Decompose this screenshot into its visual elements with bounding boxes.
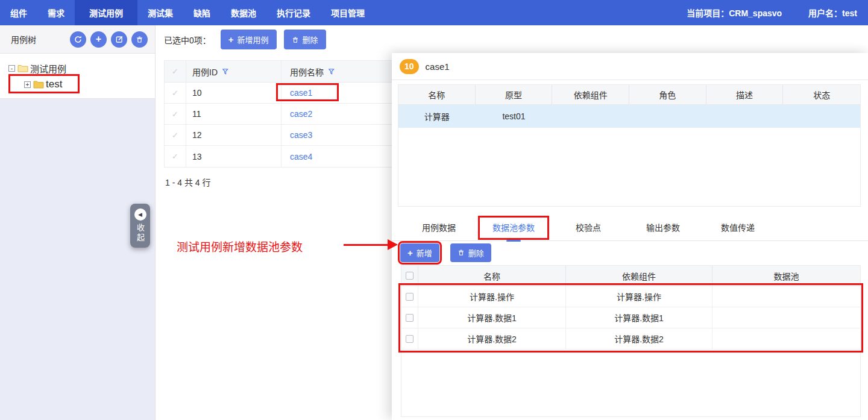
case-id-cell: 12 [186, 125, 281, 145]
component-status-cell [783, 105, 860, 128]
component-table: 名称 原型 依赖组件 角色 描述 状态 计算器 test01 [398, 84, 861, 207]
select-all-check-icon[interactable]: ✓ [165, 61, 186, 82]
delete-case-label: 删除 [303, 34, 318, 45]
tab-check-points[interactable]: 校验点 [551, 214, 626, 240]
trash-icon [136, 36, 143, 43]
nav-item-requirements[interactable]: 需求 [37, 0, 75, 25]
tab-output-params[interactable]: 输出参数 [626, 214, 700, 240]
add-case-label: 新增用例 [237, 34, 269, 45]
case-table-header: ✓ 用例ID 用例名称 [165, 61, 423, 83]
plus-icon: + [228, 36, 234, 43]
case-detail-panel: 10 case1 名称 原型 依赖组件 角色 描述 状态 计算器 test01 … [392, 53, 868, 420]
column-header-role: 角色 [629, 85, 706, 104]
component-prototype-cell: test01 [476, 105, 553, 128]
collapse-arrow-icon: ◀ [134, 208, 146, 221]
case-table: ✓ 用例ID 用例名称 ✓ 10 case1 ✓ [164, 60, 423, 168]
case-id-cell: 10 [186, 83, 281, 103]
row-check-icon[interactable]: ✓ [165, 83, 186, 103]
nav-item-data-pool[interactable]: 数据池 [221, 0, 266, 25]
row-checkbox[interactable] [406, 314, 414, 322]
column-header-dependency: 依赖组件 [552, 85, 629, 104]
delete-param-button[interactable]: 删除 [450, 243, 491, 262]
expand-toggle-icon[interactable]: + [24, 81, 31, 88]
plus-icon: + [96, 34, 101, 45]
table-row[interactable]: ✓ 11 case2 [165, 104, 423, 125]
refresh-icon [74, 35, 83, 44]
params-table-header: 名称 依赖组件 数据池 [401, 266, 860, 286]
case-link[interactable]: case3 [290, 130, 312, 140]
add-param-button[interactable]: + 新增 [400, 243, 439, 262]
annotation-box-tree [8, 74, 80, 93]
folder-open-icon [17, 64, 28, 72]
sidebar-header: 用例树 + [0, 25, 155, 54]
filter-icon[interactable] [329, 69, 335, 75]
collapse-sidebar-button[interactable]: ◀ 收起 [130, 204, 150, 248]
component-dependency-cell [552, 105, 629, 128]
folder-icon [33, 80, 44, 89]
table-row[interactable]: ✓ 13 case4 [165, 146, 423, 167]
case-id-cell: 11 [186, 104, 281, 124]
top-nav: 组件 需求 测试用例 测试集 缺陷 数据池 执行记录 项目管理 当前项目：CRM… [0, 0, 868, 25]
tab-case-data[interactable]: 用例数据 [401, 214, 476, 240]
tab-value-transfer[interactable]: 数值传递 [700, 214, 775, 240]
component-table-header: 名称 原型 依赖组件 角色 描述 状态 [398, 85, 860, 105]
row-check-icon[interactable]: ✓ [165, 125, 186, 145]
column-header-param-name: 名称 [418, 266, 566, 286]
row-checkbox[interactable] [406, 293, 414, 301]
table-row[interactable]: ✓ 12 case3 [165, 125, 423, 146]
refresh-tree-button[interactable] [70, 31, 86, 48]
case-id-badge: 10 [400, 59, 419, 74]
plus-icon: + [407, 249, 413, 257]
case-link[interactable]: case4 [290, 152, 312, 161]
nav-item-defects[interactable]: 缺陷 [183, 0, 221, 25]
tree-node-label[interactable]: test [46, 78, 62, 90]
table-row[interactable]: ✓ 10 case1 [165, 83, 423, 104]
nav-item-components[interactable]: 组件 [0, 0, 37, 25]
case-tree-sidebar: 用例树 + - [0, 25, 156, 420]
tab-data-pool-params[interactable]: 数据池参数 [476, 214, 551, 240]
tree-node-label[interactable]: 测试用例 [30, 62, 66, 75]
collapse-toggle-icon[interactable]: - [8, 65, 15, 72]
param-row[interactable]: 计算器.数据2 计算器.数据2 [401, 328, 860, 349]
row-checkbox[interactable] [406, 335, 414, 343]
nav-item-execution-records[interactable]: 执行记录 [266, 0, 321, 25]
select-all-checkbox[interactable] [406, 272, 414, 280]
column-header-case-id[interactable]: 用例ID [186, 61, 281, 82]
tree-node-root[interactable]: - 测试用例 [8, 61, 155, 75]
nav-item-project-management[interactable]: 项目管理 [321, 0, 375, 25]
trash-icon [458, 249, 465, 256]
sidebar-title: 用例树 [11, 33, 36, 45]
filter-icon[interactable] [222, 69, 228, 75]
row-check-icon[interactable]: ✓ [165, 146, 186, 167]
nav-item-test-cases[interactable]: 测试用例 [75, 0, 137, 25]
detail-header: 10 case1 [392, 53, 868, 80]
add-param-label: 新增 [417, 247, 432, 259]
param-name-cell: 计算器.数据1 [418, 307, 566, 328]
column-header-param-dependency: 依赖组件 [566, 266, 712, 286]
nav-menu: 组件 需求 测试用例 测试集 缺陷 数据池 执行记录 项目管理 [0, 0, 375, 25]
column-header-description: 描述 [706, 85, 784, 104]
case-link[interactable]: case2 [290, 109, 312, 119]
params-table: 名称 依赖组件 数据池 计算器.操作 计算器.操作 计算器.数据1 计算器.数据… [401, 265, 861, 417]
nav-item-test-sets[interactable]: 测试集 [137, 0, 183, 25]
component-row[interactable]: 计算器 test01 [398, 105, 860, 128]
column-header-prototype: 原型 [476, 85, 553, 104]
row-check-icon[interactable]: ✓ [165, 104, 186, 124]
param-dependency-cell: 计算器.操作 [566, 286, 712, 307]
column-label: 用例名称 [290, 66, 324, 78]
delete-case-button[interactable]: 删除 [284, 30, 326, 49]
param-dependency-cell: 计算器.数据2 [566, 328, 712, 349]
param-name-cell: 计算器.操作 [418, 286, 566, 307]
param-data-pool-cell [712, 307, 860, 328]
add-node-button[interactable]: + [90, 31, 107, 48]
case-list-toolbar: 已选中0项： + 新增用例 删除 [156, 25, 868, 54]
edit-node-button[interactable] [111, 31, 127, 48]
param-row[interactable]: 计算器.操作 计算器.操作 [401, 286, 860, 307]
tree-node-test[interactable]: + test [24, 77, 155, 92]
edit-icon [115, 35, 124, 43]
param-row[interactable]: 计算器.数据1 计算器.数据1 [401, 307, 860, 328]
delete-node-button[interactable] [131, 31, 148, 48]
params-toolbar: + 新增 删除 [392, 241, 868, 264]
case-link[interactable]: case1 [290, 88, 312, 98]
add-case-button[interactable]: + 新增用例 [221, 30, 277, 49]
